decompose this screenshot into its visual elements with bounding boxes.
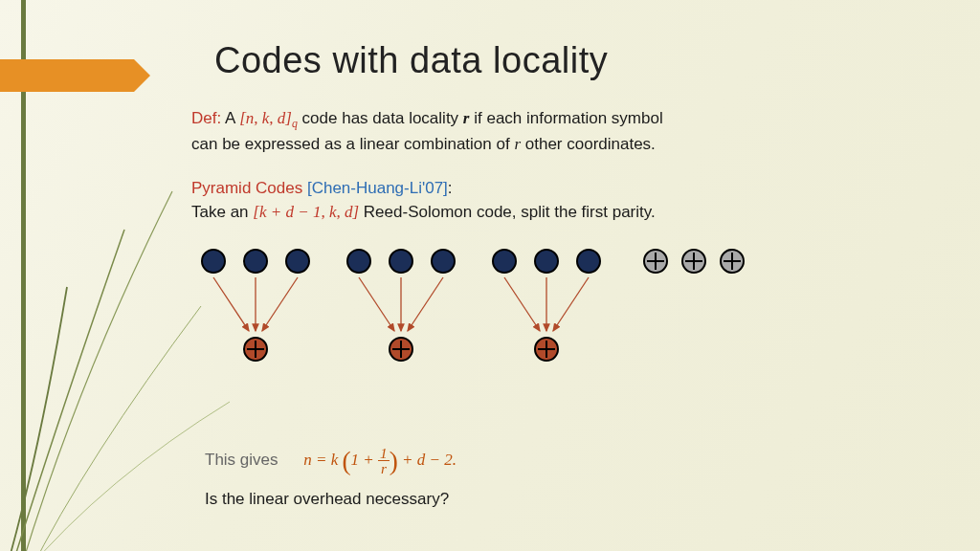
svg-line-8 <box>553 277 589 331</box>
equation: n = k (1 + 1r) + d − 2. <box>303 451 457 469</box>
local-parity <box>389 337 413 362</box>
local-parity <box>243 337 268 362</box>
slide-title: Codes with data locality <box>214 40 608 81</box>
footer-text: This gives n = k (1 + 1r) + d − 2. Is th… <box>205 446 457 509</box>
question: Is the linear overhead necessary? <box>205 490 457 509</box>
pyramid-name: Pyramid Codes <box>191 179 302 197</box>
svg-line-0 <box>213 277 249 331</box>
svg-line-3 <box>359 277 394 331</box>
pyramid-cite: [Chen-Huang-Li'07] <box>307 179 448 197</box>
svg-line-2 <box>262 277 298 331</box>
definition-paragraph: Def: A [n, k, d]q code has data locality… <box>191 107 880 156</box>
code-diagram <box>191 249 880 402</box>
def-label: Def: <box>191 109 221 127</box>
local-parity <box>534 337 559 362</box>
svg-line-6 <box>504 277 540 331</box>
svg-line-5 <box>408 277 443 331</box>
this-gives: This gives <box>205 451 278 469</box>
body-text: Def: A [n, k, d]q code has data locality… <box>191 107 880 225</box>
arrows <box>191 249 880 402</box>
slide-flag <box>0 59 134 92</box>
pyramid-paragraph: Pyramid Codes [Chen-Huang-Li'07]: Take a… <box>191 177 880 224</box>
